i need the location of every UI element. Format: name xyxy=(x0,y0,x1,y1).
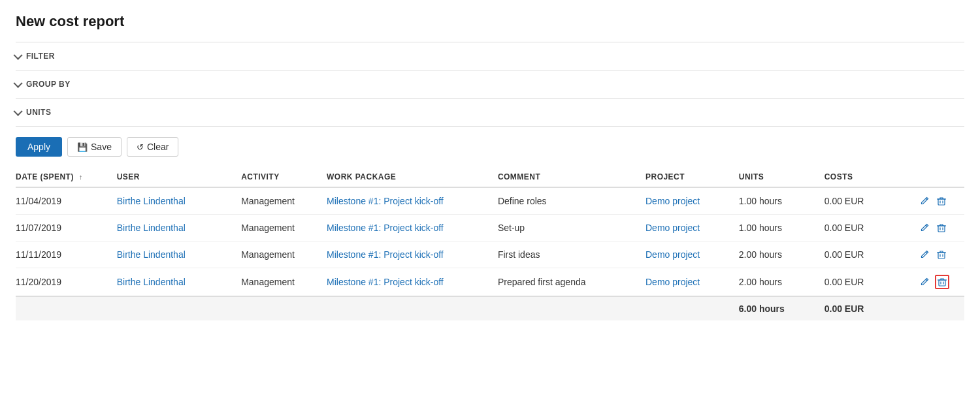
col-header-costs: COSTS xyxy=(825,167,918,187)
cell-project-link[interactable]: Demo project xyxy=(645,196,700,206)
edit-button[interactable] xyxy=(918,194,931,208)
svg-rect-3 xyxy=(938,226,945,232)
cell-work-package-link[interactable]: Milestone #1: Project kick-off xyxy=(327,249,444,260)
chevron-down-icon xyxy=(14,51,23,60)
units-label: UNITS xyxy=(26,108,51,117)
cost-report-table: DATE (SPENT) ↑ USER ACTIVITY WORK PACKAG… xyxy=(16,167,964,320)
save-icon: 💾 xyxy=(77,142,88,152)
toolbar: Apply 💾 Save ↺ Clear xyxy=(16,126,964,164)
col-header-user: USER xyxy=(117,167,241,187)
cell-units: 2.00 hours xyxy=(739,268,825,297)
chevron-down-icon xyxy=(14,107,23,116)
col-header-units: UNITS xyxy=(739,167,825,187)
cell-date: 11/11/2019 xyxy=(16,241,117,268)
cell-project-link[interactable]: Demo project xyxy=(645,223,700,233)
trash-icon xyxy=(936,223,947,233)
filter-label: FILTER xyxy=(26,52,55,61)
edit-button[interactable] xyxy=(918,221,931,234)
edit-icon xyxy=(919,223,930,233)
cell-work-package-link[interactable]: Milestone #1: Project kick-off xyxy=(327,196,444,206)
table-row: 11/11/2019Birthe LindenthalManagementMil… xyxy=(16,241,964,268)
cell-activity: Management xyxy=(241,241,327,268)
cell-comment: First ideas xyxy=(498,241,645,268)
clear-label: Clear xyxy=(147,142,169,152)
svg-rect-0 xyxy=(938,199,945,205)
table-row: 11/04/2019Birthe LindenthalManagementMil… xyxy=(16,187,964,215)
cell-actions xyxy=(918,215,964,241)
cell-work-package: Milestone #1: Project kick-off xyxy=(327,187,498,215)
edit-button[interactable] xyxy=(918,275,931,288)
undo-icon: ↺ xyxy=(137,142,144,152)
filter-section: FILTER xyxy=(16,42,964,70)
save-button[interactable]: 💾 Save xyxy=(67,137,122,157)
edit-button[interactable] xyxy=(918,248,931,261)
cell-user: Birthe Lindenthal xyxy=(117,187,241,215)
totals-spacer xyxy=(16,296,739,320)
sort-asc-icon: ↑ xyxy=(79,173,83,181)
cell-work-package: Milestone #1: Project kick-off xyxy=(327,268,498,297)
col-header-actions xyxy=(918,167,964,187)
cell-project-link[interactable]: Demo project xyxy=(645,277,700,287)
table-header-row: DATE (SPENT) ↑ USER ACTIVITY WORK PACKAG… xyxy=(16,167,964,187)
cell-units: 1.00 hours xyxy=(739,187,825,215)
cell-units: 1.00 hours xyxy=(739,215,825,241)
clear-button[interactable]: ↺ Clear xyxy=(127,137,178,157)
cell-costs: 0.00 EUR xyxy=(825,268,918,297)
table-row: 11/07/2019Birthe LindenthalManagementMil… xyxy=(16,215,964,241)
cell-actions xyxy=(918,268,964,297)
cell-project: Demo project xyxy=(645,215,739,241)
cell-date: 11/04/2019 xyxy=(16,187,117,215)
cell-user-link[interactable]: Birthe Lindenthal xyxy=(117,223,186,233)
cell-costs: 0.00 EUR xyxy=(825,215,918,241)
total-units: 6.00 hours xyxy=(739,296,825,320)
cell-work-package: Milestone #1: Project kick-off xyxy=(327,215,498,241)
cell-activity: Management xyxy=(241,268,327,297)
cell-user-link[interactable]: Birthe Lindenthal xyxy=(117,196,186,206)
trash-icon xyxy=(937,277,947,287)
units-section: UNITS xyxy=(16,98,964,126)
cell-activity: Management xyxy=(241,215,327,241)
cell-comment: Define roles xyxy=(498,187,645,215)
cell-project-link[interactable]: Demo project xyxy=(645,249,700,260)
group-by-section: GROUP BY xyxy=(16,70,964,98)
filter-toggle[interactable]: FILTER xyxy=(16,49,964,63)
edit-icon xyxy=(919,277,930,287)
cell-project: Demo project xyxy=(645,241,739,268)
page-title: New cost report xyxy=(16,13,964,30)
save-label: Save xyxy=(91,142,112,152)
cell-comment: Prepared first agenda xyxy=(498,268,645,297)
apply-button[interactable]: Apply xyxy=(16,137,62,157)
edit-icon xyxy=(919,249,930,260)
cell-work-package-link[interactable]: Milestone #1: Project kick-off xyxy=(327,277,444,287)
cell-date: 11/20/2019 xyxy=(16,268,117,297)
cell-work-package-link[interactable]: Milestone #1: Project kick-off xyxy=(327,223,444,233)
group-by-label: GROUP BY xyxy=(26,80,71,89)
cell-costs: 0.00 EUR xyxy=(825,187,918,215)
col-header-work-package: WORK PACKAGE xyxy=(327,167,498,187)
cell-user: Birthe Lindenthal xyxy=(117,241,241,268)
cell-user-link[interactable]: Birthe Lindenthal xyxy=(117,277,186,287)
table-row: 11/20/2019Birthe LindenthalManagementMil… xyxy=(16,268,964,297)
cell-actions xyxy=(918,241,964,268)
delete-button[interactable] xyxy=(935,248,948,261)
col-header-date[interactable]: DATE (SPENT) ↑ xyxy=(16,167,117,187)
cell-work-package: Milestone #1: Project kick-off xyxy=(327,241,498,268)
total-costs: 0.00 EUR xyxy=(825,296,918,320)
cell-user: Birthe Lindenthal xyxy=(117,215,241,241)
group-by-toggle[interactable]: GROUP BY xyxy=(16,77,964,91)
col-date-label: DATE (SPENT) xyxy=(16,172,74,181)
col-header-comment: COMMENT xyxy=(498,167,645,187)
col-header-activity: ACTIVITY xyxy=(241,167,327,187)
cell-user-link[interactable]: Birthe Lindenthal xyxy=(117,249,186,260)
delete-button[interactable] xyxy=(935,275,949,289)
svg-rect-6 xyxy=(938,253,945,258)
cell-date: 11/07/2019 xyxy=(16,215,117,241)
delete-button[interactable] xyxy=(935,194,948,208)
delete-button[interactable] xyxy=(935,221,948,234)
totals-actions-spacer xyxy=(918,296,964,320)
cell-units: 2.00 hours xyxy=(739,241,825,268)
cell-project: Demo project xyxy=(645,187,739,215)
chevron-down-icon xyxy=(14,79,23,88)
units-toggle[interactable]: UNITS xyxy=(16,105,964,119)
cell-comment: Set-up xyxy=(498,215,645,241)
